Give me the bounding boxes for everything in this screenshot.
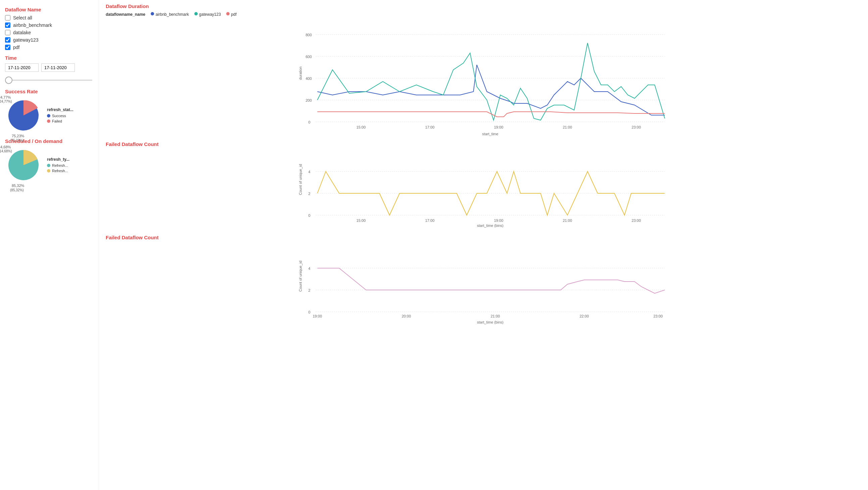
success-rate-title: Success Rate — [5, 89, 94, 94]
svg-text:400: 400 — [306, 76, 312, 81]
success-legend-failed: Failed — [47, 119, 73, 123]
svg-text:4: 4 — [308, 267, 310, 271]
checkbox-airbnb[interactable]: airbnb_benchmark — [5, 23, 94, 28]
svg-text:200: 200 — [306, 98, 312, 102]
svg-text:21:00: 21:00 — [491, 314, 500, 318]
scheduled-legend-refresh2: Refresh... — [47, 169, 69, 173]
svg-text:19:00: 19:00 — [313, 314, 322, 318]
svg-text:23:00: 23:00 — [653, 314, 663, 318]
svg-text:start_time (bins): start_time (bins) — [477, 223, 503, 227]
svg-text:start_time: start_time — [482, 132, 498, 136]
svg-text:(75,23%): (75,23%) — [10, 139, 24, 142]
success-rate-container: 24,77%(24,77%) 75,23% (75,23%) refresh_s… — [5, 97, 94, 135]
checkbox-pdf-label: pdf — [13, 44, 20, 50]
failed-count-1-title: Failed Dataflow Count — [106, 141, 861, 147]
checkbox-datalake-label: datalake — [13, 30, 31, 35]
checkbox-airbnb-label: airbnb_benchmark — [13, 23, 52, 28]
svg-text:4: 4 — [308, 170, 310, 174]
gateway-legend-dot — [194, 12, 198, 16]
svg-text:800: 800 — [306, 33, 312, 37]
checkbox-airbnb-input[interactable] — [5, 23, 10, 28]
checkbox-select-all-input[interactable] — [5, 15, 10, 21]
date-start-input[interactable] — [5, 63, 39, 72]
failed-count-2-line — [317, 268, 665, 293]
success-rate-section: Success Rate 24,77%(24,77%) 75,23% (75,2… — [5, 89, 94, 135]
refresh1-dot — [47, 164, 50, 167]
checkbox-gateway[interactable]: gateway123 — [5, 37, 94, 42]
time-section: Time — [5, 55, 94, 85]
scheduled-legend: refresh_ty... Refresh... Refresh... — [47, 157, 69, 174]
svg-text:17:00: 17:00 — [425, 218, 435, 222]
svg-text:17:00: 17:00 — [425, 125, 435, 129]
svg-text:2: 2 — [308, 288, 310, 292]
success-legend-title: refresh_stat... — [47, 108, 73, 112]
svg-text:2: 2 — [308, 192, 310, 196]
checkbox-select-all-label: Select all — [13, 15, 32, 21]
svg-text:21:00: 21:00 — [563, 125, 572, 129]
success-legend-success: Success — [47, 114, 73, 118]
checkbox-gateway-input[interactable] — [5, 37, 10, 42]
scheduled-legend-title: refresh_ty... — [47, 157, 69, 162]
failed-dot — [47, 120, 50, 123]
duration-chart-area: 0 200 400 600 800 duration 15:00 — [106, 20, 861, 131]
failed-label: Failed — [52, 119, 62, 123]
refresh1-label: Refresh... — [52, 163, 68, 167]
failed-count-1-block: Failed Dataflow Count 0 2 4 Count of uni… — [106, 141, 861, 224]
svg-point-6 — [151, 12, 154, 16]
svg-point-7 — [194, 12, 198, 16]
scheduled-small-percent: 14,68%(14,68%) — [0, 145, 12, 153]
dataflow-duration-title: Dataflow Duration — [106, 3, 861, 9]
checkbox-pdf-input[interactable] — [5, 44, 10, 50]
slider-track — [5, 80, 92, 81]
pdf-legend-dot — [226, 12, 230, 16]
slider-thumb[interactable] — [5, 76, 12, 84]
svg-text:600: 600 — [306, 55, 312, 59]
airbnb-legend-dot — [150, 12, 154, 16]
checkbox-datalake-input[interactable] — [5, 30, 10, 35]
time-section-title: Time — [5, 55, 94, 61]
time-slider[interactable] — [5, 75, 94, 85]
svg-text:22:00: 22:00 — [580, 314, 589, 318]
gateway-line — [317, 43, 665, 120]
scheduled-pie-wrapper: 14,68%(14,68%) 85,32% (85,32%) — [5, 147, 42, 185]
svg-text:0: 0 — [308, 213, 310, 217]
checkbox-datalake[interactable]: datalake — [5, 30, 94, 35]
refresh2-dot — [47, 169, 50, 173]
dataflow-duration-block: Dataflow Duration dataflowname_name airb… — [106, 3, 861, 131]
duration-chart-svg: 0 200 400 600 800 duration 15:00 — [106, 20, 861, 130]
scheduled-section: Scheduled / On demand 14,68%(14,68%) 85,… — [5, 138, 94, 185]
duration-legend-label: dataflowname_name — [106, 12, 145, 17]
svg-text:20:00: 20:00 — [402, 314, 411, 318]
svg-text:0: 0 — [308, 120, 310, 124]
success-dot — [47, 114, 50, 118]
scheduled-legend-refresh1: Refresh... — [47, 163, 69, 167]
duration-legend: dataflowname_name airbnb_benchmark gatew… — [106, 12, 861, 17]
success-rate-legend: refresh_stat... Success Failed — [47, 108, 73, 124]
svg-text:19:00: 19:00 — [494, 218, 503, 222]
sidebar: Dataflow Name Select all airbnb_benchmar… — [0, 0, 99, 490]
dataflow-section-title: Dataflow Name — [5, 7, 94, 12]
failed-count-2-title: Failed Dataflow Count — [106, 235, 861, 240]
svg-text:start_time (bins): start_time (bins) — [477, 320, 503, 324]
failed-count-1-area: 0 2 4 Count of unique_id 15:00 17:00 19:… — [106, 150, 861, 224]
success-fail-percent: 24,77%(24,77%) — [0, 95, 12, 103]
svg-point-8 — [226, 12, 229, 16]
svg-text:Count of unique_id: Count of unique_id — [299, 261, 303, 292]
svg-text:duration: duration — [299, 66, 303, 80]
duration-legend-gateway: gateway123 — [194, 12, 221, 17]
svg-text:0: 0 — [308, 310, 310, 314]
refresh2-label: Refresh... — [52, 169, 68, 173]
scheduled-container: 14,68%(14,68%) 85,32% (85,32%) refresh_t… — [5, 147, 94, 185]
failed-count-2-area: 0 2 4 Count of unique_id 19:00 20:00 21:… — [106, 243, 861, 321]
checkbox-pdf[interactable]: pdf — [5, 44, 94, 50]
duration-legend-pdf: pdf — [226, 12, 237, 17]
svg-text:23:00: 23:00 — [632, 218, 641, 222]
success-rate-pie-wrapper: 24,77%(24,77%) 75,23% (75,23%) — [5, 97, 42, 135]
checkbox-gateway-label: gateway123 — [13, 37, 39, 42]
failed-count-2-svg: 0 2 4 Count of unique_id 19:00 20:00 21:… — [106, 243, 861, 320]
date-end-input[interactable] — [41, 63, 75, 72]
svg-text:19:00: 19:00 — [494, 125, 503, 129]
checkbox-select-all[interactable]: Select all — [5, 15, 94, 21]
svg-text:15:00: 15:00 — [356, 125, 366, 129]
svg-text:85,32%: 85,32% — [12, 184, 25, 188]
